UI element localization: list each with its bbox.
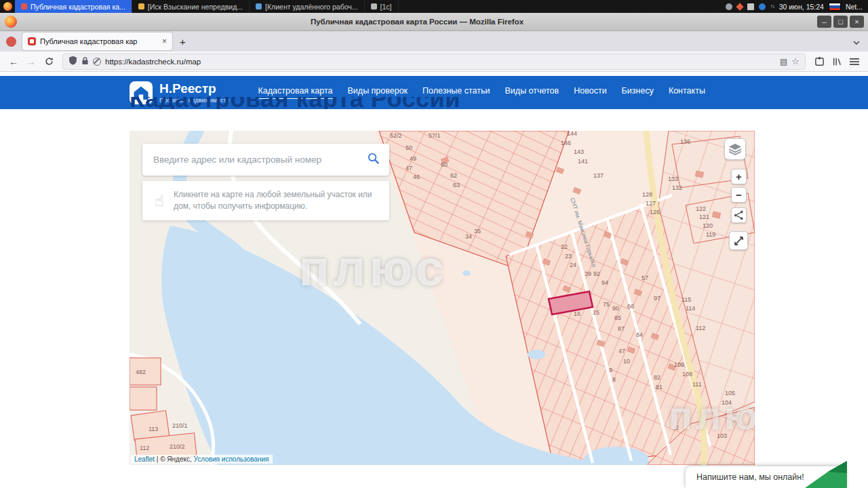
parcel-label[interactable]: 112 — [696, 325, 705, 331]
notification-icon[interactable] — [736, 3, 743, 10]
parcel-label[interactable]: 24 — [570, 262, 576, 268]
terms-link[interactable]: Условия использования — [194, 455, 269, 463]
parcel-label[interactable]: 120 — [703, 222, 713, 229]
parcel-label[interactable]: 133 — [668, 176, 678, 182]
parcel-label[interactable]: 92 — [593, 270, 600, 277]
firefox-view-icon[interactable] — [6, 37, 16, 47]
bookmark-star-icon[interactable]: ☆ — [791, 56, 800, 66]
network-arrows-icon[interactable]: ↑↓ — [770, 3, 774, 9]
nav-item[interactable]: Новости — [574, 86, 606, 99]
parcel-label[interactable]: 113 — [149, 426, 158, 432]
parcel-label[interactable]: 115 — [682, 296, 691, 303]
forward-button[interactable]: → — [23, 54, 39, 70]
parcel-label[interactable]: 23 — [565, 253, 572, 260]
browser-tab[interactable]: Публичная кадастровая кар × — [22, 33, 172, 50]
parcel-label[interactable]: 146 — [561, 140, 571, 146]
lock-icon[interactable] — [81, 56, 89, 68]
minimize-button[interactable]: – — [817, 16, 831, 28]
parcel-label[interactable]: 87 — [618, 325, 625, 332]
back-button[interactable]: ← — [5, 54, 22, 70]
parcel-label[interactable]: 34 — [465, 233, 472, 240]
parcel-label[interactable]: 22 — [561, 243, 568, 250]
parcel-label[interactable]: 16 — [574, 310, 580, 317]
parcel-label[interactable]: 126 — [650, 209, 660, 216]
fullscreen-button[interactable] — [729, 231, 748, 250]
parcel-label[interactable]: 62 — [450, 172, 457, 179]
parcel-label[interactable]: 210/2 — [170, 443, 185, 450]
parcel-label[interactable]: 104 — [722, 399, 732, 406]
library-icon[interactable] — [829, 54, 845, 70]
extensions-icon[interactable] — [811, 54, 827, 70]
parcel-label[interactable]: 8 — [612, 376, 616, 383]
parcel-label[interactable]: 109 — [674, 361, 684, 368]
parcel-label[interactable]: 90 — [612, 305, 619, 312]
parcel-label[interactable]: 127 — [646, 200, 656, 207]
parcel-label[interactable]: 10 — [623, 358, 630, 365]
parcel-label[interactable]: 132 — [672, 184, 682, 191]
leaflet-link[interactable]: Leaflet — [134, 455, 155, 463]
parcel-label[interactable]: 97 — [654, 295, 660, 302]
parcel-label[interactable]: 60 — [441, 161, 448, 168]
new-tab-button[interactable]: + — [172, 36, 193, 47]
parcel-label[interactable]: 57/1 — [429, 132, 441, 139]
parcel-label[interactable]: 119 — [706, 231, 715, 238]
parcel-label[interactable]: 52/2 — [390, 132, 402, 139]
share-button[interactable] — [731, 207, 747, 223]
parcel-label[interactable]: 482 — [136, 369, 146, 375]
parcel-label[interactable]: 108 — [682, 371, 692, 378]
reader-mode-icon[interactable]: ▤ — [780, 57, 787, 66]
permission-icon[interactable] — [93, 58, 101, 66]
url-bar[interactable]: https://kadastrcheck.ru/map ▤ ☆ — [62, 54, 806, 70]
tracking-shield-icon[interactable] — [68, 56, 77, 68]
taskbar-tab[interactable]: [Клиент удалённого рабоч... — [250, 0, 365, 13]
close-button[interactable]: × — [850, 16, 864, 28]
parcel-label[interactable]: 114 — [686, 305, 695, 312]
parcel-label[interactable]: 39 — [585, 270, 591, 277]
parcel-label[interactable]: 111 — [692, 381, 702, 388]
net-applet-label[interactable]: Net... — [846, 3, 863, 11]
parcel-label[interactable]: 46 — [413, 174, 420, 180]
parcel-label[interactable]: 122 — [696, 205, 706, 212]
keyboard-layout-flag[interactable] — [829, 3, 841, 11]
search-icon[interactable] — [367, 152, 380, 167]
volume-icon[interactable] — [726, 3, 732, 10]
parcel-label[interactable]: 57 — [642, 274, 648, 281]
cadastral-map[interactable]: СНТ им. Максима Горького 52/257/15049474… — [130, 131, 755, 465]
parcel-label[interactable]: 94 — [601, 279, 608, 286]
parcel-label[interactable]: 85 — [614, 314, 621, 321]
parcel-label[interactable]: 66 — [627, 303, 634, 310]
parcel-label[interactable]: 9 — [609, 367, 612, 373]
taskbar-tab[interactable]: [Иск Взыскание непредвид... — [132, 0, 250, 13]
parcel-label[interactable]: 141 — [578, 158, 588, 165]
taskbar-tab[interactable]: Публичная кадастровая ка... — [15, 0, 132, 13]
search-input[interactable] — [152, 154, 367, 165]
parcel-label[interactable]: 143 — [574, 148, 584, 155]
parcel-label[interactable]: 103 — [717, 432, 727, 439]
parcel-label[interactable]: 128 — [642, 191, 652, 198]
zoom-in-button[interactable]: + — [731, 169, 747, 184]
parcel-label[interactable]: 137 — [593, 172, 604, 179]
parcel-label[interactable]: 81 — [656, 384, 663, 390]
layers-button[interactable] — [724, 138, 746, 160]
maximize-button[interactable]: □ — [833, 16, 848, 28]
nav-item[interactable]: Контакты — [669, 86, 705, 99]
firefox-launcher-icon[interactable] — [0, 0, 15, 13]
parcel-label[interactable]: 63 — [453, 182, 460, 188]
parcel-label[interactable]: 105 — [725, 390, 735, 396]
parcel-label[interactable]: 121 — [699, 214, 709, 220]
chat-widget[interactable]: Напишите нам, мы онлайн! — [686, 466, 846, 488]
parcel-label[interactable]: 50 — [406, 144, 412, 151]
parcel-label[interactable]: 49 — [410, 155, 416, 162]
parcel-label[interactable]: 84 — [636, 331, 643, 338]
parcel-label[interactable]: 75 — [603, 301, 610, 308]
reload-button[interactable] — [41, 54, 57, 70]
parcel-label[interactable]: 15 — [593, 309, 599, 316]
printer-icon[interactable] — [747, 3, 754, 10]
clock[interactable]: 30 июн, 15:24 — [779, 3, 824, 11]
parcel-label[interactable]: 47 — [618, 348, 625, 354]
zoom-out-button[interactable]: − — [731, 187, 747, 203]
taskbar-tab[interactable]: [1с] — [365, 0, 399, 13]
parcel-label[interactable]: 2 — [675, 424, 679, 431]
parcel-label[interactable]: 35 — [474, 228, 481, 235]
menu-hamburger-icon[interactable] — [846, 54, 863, 70]
